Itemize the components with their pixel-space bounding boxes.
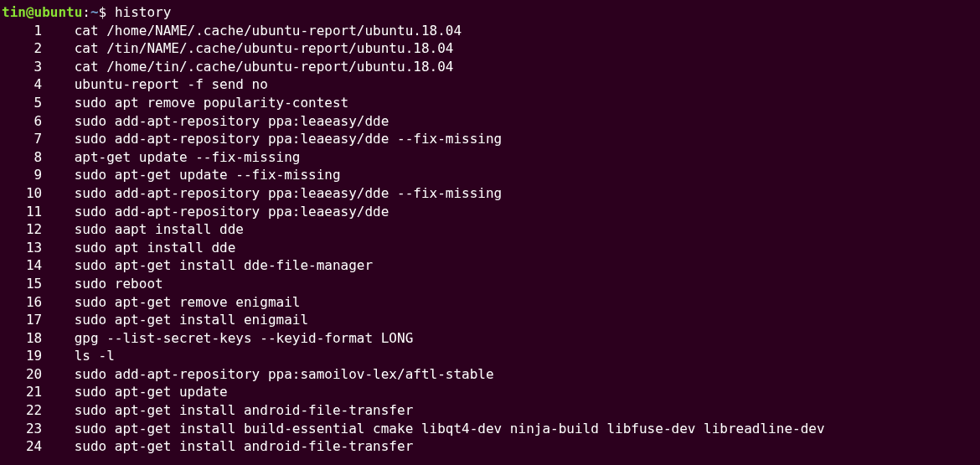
- history-command: sudo apt-get install enigmail: [42, 312, 308, 328]
- history-command: sudo apt-get install android-file-transf…: [42, 438, 413, 454]
- history-command: cat /home/NAME/.cache/ubuntu-report/ubun…: [42, 23, 462, 39]
- history-number: 7: [2, 130, 42, 148]
- history-command: sudo reboot: [42, 276, 163, 292]
- history-number: 3: [2, 58, 42, 76]
- history-number: 11: [2, 203, 42, 221]
- terminal-window[interactable]: tin@ubuntu:~$ history 1 cat /home/NAME/.…: [2, 3, 980, 456]
- history-command: gpg --list-secret-keys --keyid-format LO…: [42, 330, 413, 346]
- history-row: 10 sudo add-apt-repository ppa:leaeasy/d…: [2, 184, 980, 203]
- history-row: 7 sudo add-apt-repository ppa:leaeasy/dd…: [2, 130, 980, 148]
- history-row: 9 sudo apt-get update --fix-missing: [2, 166, 980, 184]
- history-number: 2: [2, 39, 42, 58]
- history-row: 1 cat /home/NAME/.cache/ubuntu-report/ub…: [2, 22, 980, 40]
- history-row: 17 sudo apt-get install enigmail: [2, 311, 980, 329]
- history-row: 18 gpg --list-secret-keys --keyid-format…: [2, 329, 980, 348]
- history-command: sudo add-apt-repository ppa:leaeasy/dde …: [42, 185, 502, 201]
- prompt-dollar: $: [99, 4, 107, 20]
- history-command: cat /home/tin/.cache/ubuntu-report/ubunt…: [42, 59, 453, 75]
- history-row: 13 sudo apt install dde: [2, 239, 980, 257]
- history-row: 2 cat /tin/NAME/.cache/ubuntu-report/ubu…: [2, 39, 980, 58]
- history-row: 5 sudo apt remove popularity-contest: [2, 94, 980, 112]
- history-row: 24 sudo apt-get install android-file-tra…: [2, 437, 980, 456]
- history-row: 23 sudo apt-get install build-essential …: [2, 420, 980, 438]
- history-number: 5: [2, 94, 42, 112]
- history-number: 6: [2, 112, 42, 131]
- history-number: 20: [2, 365, 42, 384]
- history-command: sudo apt-get install build-essential cma…: [42, 421, 824, 437]
- history-command: sudo apt-get update --fix-missing: [42, 167, 340, 183]
- history-row: 8 apt-get update --fix-missing: [2, 148, 980, 167]
- history-command: sudo apt-get install android-file-transf…: [42, 402, 413, 418]
- typed-command: history: [115, 4, 171, 20]
- prompt-line: tin@ubuntu:~$ history: [2, 3, 980, 22]
- history-number: 1: [2, 22, 42, 40]
- prompt-user-host: tin@ubuntu: [2, 4, 82, 20]
- history-output: 1 cat /home/NAME/.cache/ubuntu-report/ub…: [2, 22, 980, 456]
- history-command: sudo add-apt-repository ppa:leaeasy/dde: [42, 204, 389, 220]
- history-number: 16: [2, 293, 42, 312]
- history-row: 4 ubuntu-report -f send no: [2, 75, 980, 94]
- history-command: sudo add-apt-repository ppa:samoilov-lex…: [42, 366, 493, 382]
- history-number: 14: [2, 256, 42, 275]
- history-command: ls -l: [42, 348, 115, 364]
- history-number: 22: [2, 401, 42, 420]
- history-number: 21: [2, 383, 42, 401]
- history-command: sudo add-apt-repository ppa:leaeasy/dde …: [42, 131, 502, 147]
- history-command: ubuntu-report -f send no: [42, 76, 268, 92]
- history-command: sudo apt-get remove enigmail: [42, 294, 300, 310]
- history-number: 8: [2, 148, 42, 167]
- prompt-cwd: ~: [90, 4, 99, 20]
- history-row: 3 cat /home/tin/.cache/ubuntu-report/ubu…: [2, 58, 980, 76]
- history-command: sudo apt remove popularity-contest: [42, 95, 348, 111]
- history-row: 19 ls -l: [2, 347, 980, 365]
- history-command: sudo apt install dde: [42, 240, 235, 256]
- history-command: sudo aapt install dde: [42, 221, 244, 237]
- history-command: apt-get update --fix-missing: [42, 149, 300, 165]
- history-number: 17: [2, 311, 42, 329]
- history-row: 22 sudo apt-get install android-file-tra…: [2, 401, 980, 420]
- history-row: 20 sudo add-apt-repository ppa:samoilov-…: [2, 365, 980, 384]
- history-command: sudo apt-get update: [42, 384, 228, 400]
- history-number: 13: [2, 239, 42, 257]
- history-row: 14 sudo apt-get install dde-file-manager: [2, 256, 980, 275]
- history-number: 12: [2, 220, 42, 239]
- history-number: 10: [2, 184, 42, 203]
- history-number: 4: [2, 75, 42, 94]
- prompt-colon: :: [82, 4, 90, 20]
- history-row: 15 sudo reboot: [2, 275, 980, 293]
- history-command: cat /tin/NAME/.cache/ubuntu-report/ubunt…: [42, 40, 453, 56]
- history-number: 9: [2, 166, 42, 184]
- history-number: 24: [2, 437, 42, 456]
- history-number: 18: [2, 329, 42, 348]
- history-command: sudo apt-get install dde-file-manager: [42, 257, 373, 273]
- history-number: 23: [2, 420, 42, 438]
- history-row: 21 sudo apt-get update: [2, 383, 980, 401]
- history-row: 12 sudo aapt install dde: [2, 220, 980, 239]
- history-number: 15: [2, 275, 42, 293]
- history-command: sudo add-apt-repository ppa:leaeasy/dde: [42, 113, 389, 129]
- history-row: 11 sudo add-apt-repository ppa:leaeasy/d…: [2, 203, 980, 221]
- history-row: 6 sudo add-apt-repository ppa:leaeasy/dd…: [2, 112, 980, 131]
- history-row: 16 sudo apt-get remove enigmail: [2, 293, 980, 312]
- history-number: 19: [2, 347, 42, 365]
